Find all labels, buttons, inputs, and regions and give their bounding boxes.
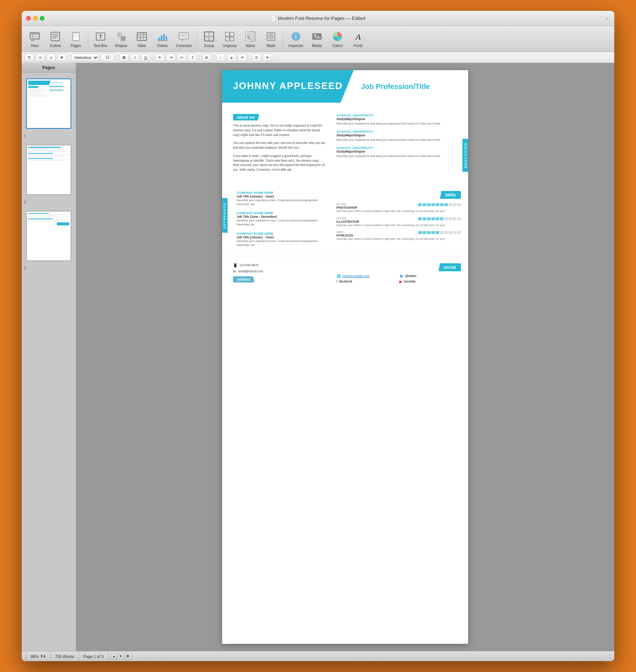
toolbar-mask[interactable]: Mask bbox=[261, 28, 281, 50]
maximize-button[interactable] bbox=[40, 16, 44, 21]
edu-desc-1: Describe your experience and what you le… bbox=[336, 122, 461, 126]
svg-point-51 bbox=[268, 33, 274, 40]
skill-fill bbox=[427, 231, 431, 234]
toolbar-textbox[interactable]: T Text Box bbox=[90, 28, 110, 50]
about-text-1: This is some dummy copy. You're not real… bbox=[233, 123, 326, 137]
skill-cat-3: WEB bbox=[336, 230, 353, 234]
toolbar-divider-3 bbox=[283, 30, 283, 48]
skill-name-3: HTML/CSS bbox=[336, 234, 353, 237]
format-bar: ¶ ≡ a ▼ Helvetica 12 B I U ⇤ ⇥ ⇦ ⇧ A ↕ ▲… bbox=[22, 52, 614, 63]
minimize-button[interactable] bbox=[33, 16, 38, 21]
toolbar-charts[interactable]: Charts bbox=[152, 28, 172, 50]
edu-degree-2: Study/Major/Degree bbox=[336, 133, 461, 137]
social-tag: social bbox=[438, 263, 461, 271]
skill-empty bbox=[449, 231, 452, 234]
svg-rect-25 bbox=[137, 33, 140, 34]
prev-page-btn[interactable]: ▲ bbox=[111, 654, 117, 659]
fullscreen-button[interactable]: ⤢ bbox=[604, 15, 611, 22]
skill-desc-2: Describe your skills in a short sentence… bbox=[336, 224, 461, 227]
comment-icon bbox=[177, 30, 190, 43]
list-btn[interactable]: ☰ bbox=[252, 54, 261, 61]
edu-degree-1: Study/Major/Degree bbox=[336, 117, 461, 121]
skill-name-1: PHOTOSHOP bbox=[336, 206, 357, 209]
social-youtube: ▶ /youtube bbox=[399, 280, 461, 284]
page-2-thumbnail[interactable] bbox=[26, 145, 71, 195]
skill-item-illustrator: ADOBE ILLUSTRATOR bbox=[336, 217, 461, 227]
next-page-btn[interactable]: ▼ bbox=[118, 654, 123, 659]
toolbar-alpha-label: Alpha bbox=[246, 44, 255, 48]
toolbar-table[interactable]: Table bbox=[132, 28, 152, 50]
list-options-btn[interactable]: ▼ bbox=[263, 54, 272, 61]
align-center-btn[interactable]: ⇥ bbox=[166, 54, 175, 61]
svg-text:T: T bbox=[99, 34, 102, 39]
name-banner: JOHNNY APPLESEED bbox=[222, 70, 354, 103]
text-color-btn[interactable]: A bbox=[202, 54, 211, 61]
job-title-area: Job Profession/Title bbox=[354, 70, 468, 103]
skill-empty bbox=[453, 231, 457, 234]
toolbar-outline[interactable]: Outline bbox=[45, 28, 65, 50]
contact-tag: contact bbox=[233, 276, 255, 282]
website-icon: 🌐 bbox=[336, 274, 341, 278]
contact-section: 📱 123-555-9876 ✉ email@icloud.com contac… bbox=[222, 263, 333, 284]
page-1-thumb-content: Job Profession bbox=[27, 79, 71, 128]
bold-btn[interactable]: B bbox=[119, 54, 129, 61]
text-size-down-btn[interactable]: ▼ bbox=[57, 54, 67, 61]
toolbar-mask-label: Mask bbox=[267, 44, 275, 48]
underline-btn[interactable]: U bbox=[141, 54, 150, 61]
window-title: 📄 Modern Fold Resume for Pages — Edited bbox=[271, 16, 365, 21]
settings-btn[interactable]: ⚙ bbox=[124, 653, 131, 660]
toolbar-media[interactable]: Media bbox=[307, 28, 327, 50]
toolbar-comment[interactable]: Comment bbox=[173, 28, 194, 50]
textbox-icon: T bbox=[94, 30, 107, 43]
skill-empty bbox=[457, 217, 461, 220]
font-family-select[interactable]: Helvetica bbox=[71, 54, 99, 61]
toolbar-view[interactable]: View bbox=[25, 28, 44, 50]
close-button[interactable] bbox=[26, 16, 31, 21]
toolbar-ungroup[interactable]: Ungroup bbox=[220, 28, 239, 50]
toolbar-pages[interactable]: Pages bbox=[66, 28, 86, 50]
align-btn[interactable]: ≡ bbox=[35, 54, 45, 61]
paragraph-btn[interactable]: ¶ bbox=[25, 54, 34, 61]
skill-fill bbox=[423, 203, 426, 206]
title-icon: 📄 bbox=[271, 16, 278, 21]
page-3-thumbnail[interactable] bbox=[26, 211, 71, 261]
toolbar-fonts[interactable]: A Fonts bbox=[348, 28, 368, 50]
skill-bar-3 bbox=[418, 231, 461, 234]
zoom-stepper[interactable]: ⬆⬇ bbox=[40, 654, 46, 658]
toolbar-shapes[interactable]: Shapes bbox=[111, 28, 131, 50]
svg-rect-28 bbox=[158, 38, 160, 41]
spacing-dn-btn[interactable]: ▼ bbox=[238, 54, 247, 61]
justify-btn[interactable]: ⇧ bbox=[188, 54, 197, 61]
skill-fill bbox=[436, 217, 439, 220]
social-facebook: f /facebook bbox=[336, 280, 398, 284]
format-sep-6 bbox=[249, 54, 250, 61]
toolbar-inspector[interactable]: i Inspector bbox=[285, 28, 306, 50]
text-style-btn[interactable]: a bbox=[46, 54, 56, 61]
spacing-up-btn[interactable]: ▲ bbox=[227, 54, 236, 61]
align-right-btn[interactable]: ⇦ bbox=[177, 54, 186, 61]
toolbar-inspector-label: Inspector bbox=[288, 44, 303, 48]
skill-fill bbox=[427, 203, 431, 206]
document-area[interactable]: JOHNNY APPLESEED Job Profession/Title ab… bbox=[76, 63, 614, 651]
italic-btn[interactable]: I bbox=[130, 54, 140, 61]
svg-rect-41 bbox=[204, 32, 214, 41]
experience-section: experience COMPANY NAME HERE Job Title (… bbox=[222, 187, 333, 256]
toolbar-colors[interactable]: Colors bbox=[328, 28, 348, 50]
exp-desc-3: Describe your experience here. Could be … bbox=[237, 239, 326, 247]
zoom-level: 88% ⬆⬇ bbox=[26, 651, 51, 661]
edu-item-1: SCHOOL UNIVERSITY Study/Major/Degree Des… bbox=[336, 114, 461, 126]
social-section: social 🌐 mypersonalsite.com 🐦 @twitter bbox=[333, 263, 468, 284]
exp-title-3: Job Title (January - June) bbox=[237, 235, 326, 239]
page-1-thumbnail-wrap: Job Profession bbox=[24, 76, 73, 132]
toolbar-alpha[interactable]: α Alpha bbox=[240, 28, 260, 50]
toolbar-group[interactable]: Group bbox=[199, 28, 219, 50]
spacing-btn[interactable]: ↕ bbox=[216, 54, 225, 61]
svg-text:A: A bbox=[355, 32, 361, 42]
page-1-thumbnail[interactable]: Job Profession bbox=[26, 78, 71, 129]
table-icon bbox=[135, 30, 148, 43]
align-left-btn[interactable]: ⇤ bbox=[155, 54, 165, 61]
svg-rect-27 bbox=[144, 33, 146, 34]
contact-email: ✉ email@icloud.com bbox=[233, 269, 326, 273]
font-size-select-btn[interactable]: 12 bbox=[100, 54, 115, 61]
exp-company-1: COMPANY NAME HERE bbox=[237, 191, 326, 195]
